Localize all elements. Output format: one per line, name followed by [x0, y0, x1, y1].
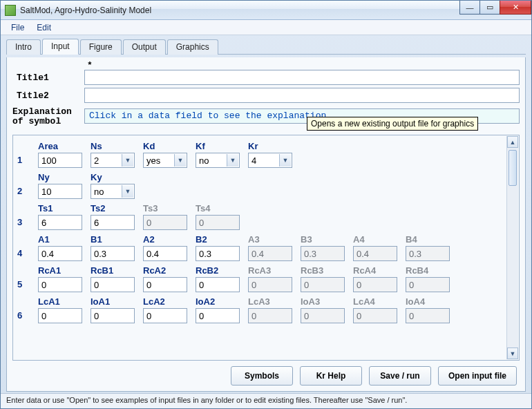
label-ioa2: IoA2 — [196, 296, 245, 307]
input-rca1[interactable] — [38, 277, 82, 292]
label-rcb4: RcB4 — [406, 265, 455, 276]
open-input-file-button[interactable]: Open input file — [438, 366, 517, 386]
label-rcb1: RcB1 — [91, 265, 140, 276]
label-ioa1: IoA1 — [91, 296, 140, 307]
close-button[interactable]: ✕ — [500, 1, 531, 15]
select-kf[interactable]: no▼ — [196, 153, 240, 168]
label-ioa3: IoA3 — [301, 296, 350, 307]
input-a1[interactable] — [38, 246, 82, 261]
row-num: 5 — [17, 279, 38, 292]
label-ioa4: IoA4 — [406, 296, 455, 307]
label-title2: Title2 — [12, 91, 84, 101]
maximize-button[interactable]: ▭ — [479, 1, 500, 15]
grid-row-5: 5 RcA1 RcB1 RcA2 RcB2 RcA3 RcB3 RcA4 RcB… — [17, 265, 504, 292]
label-kr: Kr — [248, 141, 298, 152]
label-lca4: LcA4 — [353, 296, 403, 307]
minimize-button[interactable]: — — [459, 1, 480, 15]
select-ns[interactable]: 2▼ — [91, 153, 135, 168]
input-a2[interactable] — [143, 246, 187, 261]
tab-graphics[interactable]: Graphics — [167, 39, 218, 55]
symbols-button[interactable]: Symbols — [231, 366, 293, 386]
grid-row-2: 2 Ny Ky no▼ — [17, 172, 504, 199]
tab-intro[interactable]: Intro — [6, 39, 41, 55]
input-lca2[interactable] — [143, 308, 187, 323]
input-lca1[interactable] — [38, 308, 82, 323]
label-title1: Title1 — [12, 73, 84, 83]
input-ioa4 — [406, 308, 450, 323]
chevron-down-icon: ▼ — [174, 154, 186, 167]
window-title: SaltMod, Agro-Hydro-Salinity Model — [20, 6, 151, 15]
label-ns: Ns — [91, 141, 140, 152]
tab-figure[interactable]: Figure — [80, 39, 122, 55]
input-a4 — [353, 246, 397, 261]
titlebar: SaltMod, Agro-Hydro-Salinity Model — ▭ ✕ — [1, 1, 531, 20]
menu-file[interactable]: File — [5, 21, 30, 34]
input-ioa2[interactable] — [196, 308, 240, 323]
input-ts3 — [143, 215, 187, 230]
row-num: 1 — [17, 155, 38, 168]
parameter-grid: ▲ ▼ 1 Area Ns 2▼ Kd yes▼ Kf no▼ Kr — [12, 135, 520, 361]
required-star: * — [87, 60, 520, 70]
label-ny: Ny — [38, 172, 88, 183]
save-run-button[interactable]: Save / run — [369, 366, 431, 386]
input-rca4 — [353, 277, 397, 292]
input-b1[interactable] — [91, 246, 135, 261]
label-b4: B4 — [406, 234, 455, 245]
kr-help-button[interactable]: Kr Help — [300, 366, 362, 386]
input-rcb1[interactable] — [91, 277, 135, 292]
input-rca2[interactable] — [143, 277, 187, 292]
scroll-up-icon[interactable]: ▲ — [507, 136, 518, 148]
title1-input[interactable] — [84, 70, 520, 85]
input-ny[interactable] — [38, 184, 82, 199]
vertical-scrollbar[interactable]: ▲ ▼ — [506, 136, 518, 359]
grid-row-3: 3 Ts1 Ts2 Ts3 Ts4 — [17, 203, 504, 230]
input-rca3 — [248, 277, 292, 292]
select-kd[interactable]: yes▼ — [143, 153, 187, 168]
label-rcb2: RcB2 — [196, 265, 245, 276]
grid-row-6: 6 LcA1 IoA1 LcA2 IoA2 LcA3 IoA3 LcA4 IoA… — [17, 296, 504, 323]
app-icon — [5, 5, 16, 16]
label-area: Area — [38, 141, 88, 152]
title2-input[interactable] — [84, 88, 520, 103]
input-a3 — [248, 246, 292, 261]
row-num: 4 — [17, 248, 38, 261]
label-a4: A4 — [353, 234, 403, 245]
input-lca3 — [248, 308, 292, 323]
tooltip: Opens a new existing output file for gra… — [307, 117, 478, 131]
tab-output[interactable]: Output — [123, 39, 166, 55]
label-b3: B3 — [301, 234, 350, 245]
label-rca3: RcA3 — [248, 265, 298, 276]
scroll-thumb[interactable] — [509, 150, 517, 186]
label-ts2: Ts2 — [91, 203, 140, 214]
input-rcb2[interactable] — [196, 277, 240, 292]
tab-input[interactable]: Input — [42, 39, 79, 55]
scroll-down-icon[interactable]: ▼ — [507, 348, 518, 359]
statusbar: Enter data or use "Open" to see examples… — [1, 393, 531, 408]
chevron-down-icon: ▼ — [279, 154, 291, 167]
label-a3: A3 — [248, 234, 298, 245]
menu-edit[interactable]: Edit — [30, 21, 57, 34]
input-ts2[interactable] — [91, 215, 135, 230]
label-rca1: RcA1 — [38, 265, 88, 276]
row-num: 6 — [17, 310, 38, 323]
input-rcb3 — [301, 277, 345, 292]
label-kf: Kf — [196, 141, 245, 152]
label-rca4: RcA4 — [353, 265, 403, 276]
label-lca3: LcA3 — [248, 296, 298, 307]
input-form: * Title1 Title2 Explanation of symbol Cl… — [6, 57, 526, 392]
label-ts1: Ts1 — [38, 203, 88, 214]
input-ts1[interactable] — [38, 215, 82, 230]
label-explanation: Explanation of symbol — [12, 106, 84, 126]
select-kr[interactable]: 4▼ — [248, 153, 292, 168]
select-ky[interactable]: no▼ — [91, 184, 135, 199]
input-b3 — [301, 246, 345, 261]
input-b4 — [406, 246, 450, 261]
row-num: 2 — [17, 186, 38, 199]
input-ioa1[interactable] — [91, 308, 135, 323]
label-ts4: Ts4 — [196, 203, 245, 214]
label-a2: A2 — [143, 234, 193, 245]
tab-strip: Intro Input Figure Output Graphics — [6, 38, 526, 55]
app-window: SaltMod, Agro-Hydro-Salinity Model — ▭ ✕… — [0, 0, 532, 409]
input-b2[interactable] — [196, 246, 240, 261]
input-area[interactable] — [38, 153, 82, 168]
